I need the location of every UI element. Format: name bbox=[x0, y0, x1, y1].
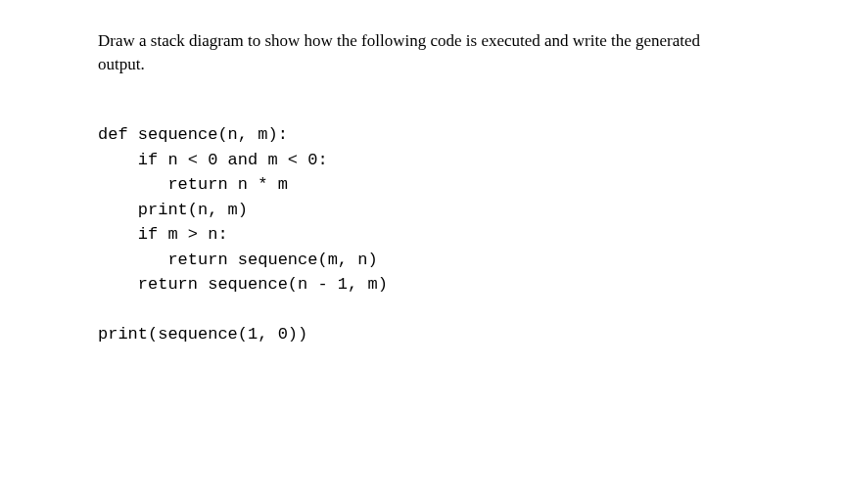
code-line: print(sequence(1, 0)) bbox=[98, 325, 307, 344]
code-block: def sequence(n, m): if n < 0 and m < 0: … bbox=[98, 98, 748, 347]
code-line: def sequence(n, m): bbox=[98, 125, 288, 144]
code-line: return sequence(n - 1, m) bbox=[98, 275, 388, 294]
code-line: if n < 0 and m < 0: bbox=[98, 151, 328, 169]
code-line: if m > n: bbox=[98, 225, 228, 244]
code-line: return sequence(m, n) bbox=[98, 251, 378, 269]
question-prompt: Draw a stack diagram to show how the fol… bbox=[98, 29, 748, 76]
code-line: return n * m bbox=[98, 175, 288, 194]
code-line: print(n, m) bbox=[98, 201, 248, 219]
